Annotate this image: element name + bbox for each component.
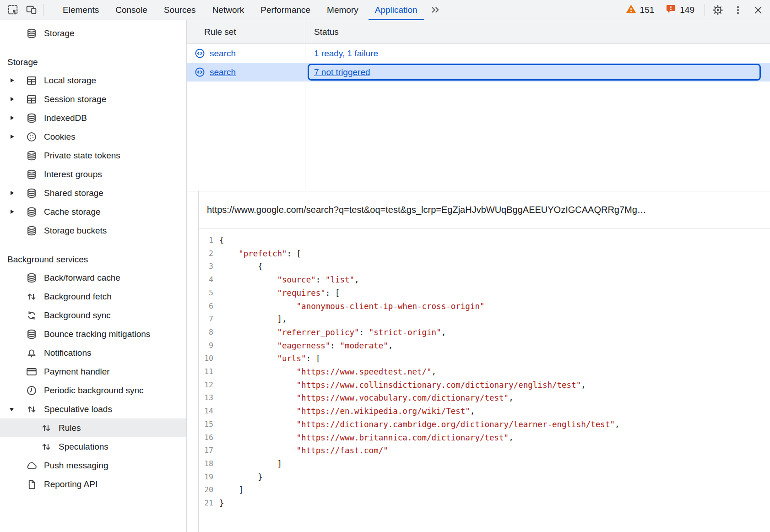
expander-collapsed-icon[interactable] bbox=[7, 95, 18, 104]
line-number: 18 bbox=[199, 457, 219, 471]
line-number: 21 bbox=[199, 497, 219, 510]
rule-set-link[interactable]: search bbox=[210, 49, 236, 59]
cloud-icon bbox=[26, 460, 38, 472]
sidebar-item-private-state-tokens[interactable]: Private state tokens bbox=[0, 146, 186, 165]
code-text: "https://www.speedtest.net/", bbox=[219, 365, 436, 379]
sidebar-item-cookies[interactable]: Cookies bbox=[0, 127, 186, 146]
line-number: 2 bbox=[199, 247, 219, 261]
tab-application[interactable]: Application bbox=[367, 0, 426, 20]
issue-icon bbox=[665, 3, 677, 17]
sidebar-item-storage[interactable]: Storage bbox=[0, 24, 186, 43]
sidebar-item-background-sync[interactable]: Background sync bbox=[0, 306, 186, 325]
status-link[interactable]: 7 not triggered bbox=[314, 67, 370, 77]
warning-count: 151 bbox=[640, 5, 655, 15]
toolbar-divider bbox=[705, 4, 705, 16]
sidebar-item-shared-storage[interactable]: Shared storage bbox=[0, 184, 186, 202]
sidebar-item-label: Rules bbox=[59, 423, 81, 433]
sidebar-item-storage-buckets[interactable]: Storage buckets bbox=[0, 221, 186, 240]
expander-spacer bbox=[7, 226, 18, 235]
rule-set-row[interactable]: search1 ready, 1 failure bbox=[187, 44, 770, 63]
expander-spacer bbox=[7, 29, 18, 38]
sidebar-item-label: Payment handler bbox=[44, 367, 110, 377]
tab-network[interactable]: Network bbox=[204, 0, 253, 20]
sidebar-section-background-services: Background services bbox=[0, 251, 186, 268]
sidebar-item-label: Storage bbox=[44, 28, 75, 38]
code-text: "referrer_policy": "strict-origin", bbox=[219, 326, 446, 339]
code-text: "source": "list", bbox=[219, 273, 359, 287]
status-cell[interactable]: 7 not triggered bbox=[305, 63, 770, 81]
expander-spacer bbox=[7, 292, 18, 301]
line-number: 4 bbox=[199, 273, 219, 287]
sidebar-item-payment-handler[interactable]: Payment handler bbox=[0, 362, 186, 381]
sidebar-item-bounce-tracking-mitigations[interactable]: Bounce tracking mitigations bbox=[0, 325, 186, 343]
database-icon bbox=[26, 27, 38, 39]
sidebar-item-back-forward-cache[interactable]: Back/forward cache bbox=[0, 268, 186, 287]
sidebar-item-indexeddb[interactable]: IndexedDB bbox=[0, 109, 186, 127]
close-icon[interactable] bbox=[748, 0, 768, 20]
code-line: 7 ], bbox=[199, 313, 770, 326]
code-line: 5 "requires": [ bbox=[199, 287, 770, 300]
code-text: "https://dictionary.cambridge.org/dictio… bbox=[219, 418, 620, 431]
rule-set-json-viewer[interactable]: 1{2 "prefetch": [3 {4 "source": "list",5… bbox=[199, 228, 770, 532]
application-sidebar[interactable]: StorageStorageLocal storageSession stora… bbox=[0, 20, 187, 532]
sidebar-item-cache-storage[interactable]: Cache storage bbox=[0, 202, 186, 221]
inspect-element-icon[interactable] bbox=[4, 0, 22, 20]
tab-elements[interactable]: Elements bbox=[54, 0, 107, 20]
speculative-loads-rules-panel: Rule set Status search1 ready, 1 failure… bbox=[187, 20, 770, 532]
expander-collapsed-icon[interactable] bbox=[7, 189, 18, 198]
sidebar-item-label: Interest groups bbox=[44, 169, 102, 179]
rule-set-link[interactable]: search bbox=[210, 67, 236, 77]
sidebar-item-notifications[interactable]: Notifications bbox=[0, 343, 186, 362]
tab-performance[interactable]: Performance bbox=[252, 0, 319, 20]
expander-expanded-icon[interactable] bbox=[7, 405, 18, 414]
more-tabs-button[interactable] bbox=[426, 0, 446, 20]
warnings-counter[interactable]: 151 bbox=[620, 3, 660, 17]
arrows-icon bbox=[26, 291, 38, 303]
sidebar-item-interest-groups[interactable]: Interest groups bbox=[0, 165, 186, 184]
expander-spacer bbox=[7, 386, 18, 395]
sidebar-section-storage: Storage bbox=[0, 54, 186, 71]
sync-icon bbox=[26, 309, 38, 321]
status-link[interactable]: 1 ready, 1 failure bbox=[314, 49, 378, 59]
sidebar-item-speculations[interactable]: Speculations bbox=[0, 437, 186, 456]
sidebar-item-push-messaging[interactable]: Push messaging bbox=[0, 456, 186, 475]
settings-gear-icon[interactable] bbox=[708, 0, 728, 20]
sidebar-item-label: Cache storage bbox=[44, 207, 101, 217]
line-number: 14 bbox=[199, 405, 219, 418]
sidebar-item-periodic-background-sync[interactable]: Periodic background sync bbox=[0, 381, 186, 400]
expander-collapsed-icon[interactable] bbox=[7, 132, 18, 141]
status-cell[interactable]: 1 ready, 1 failure bbox=[305, 44, 770, 63]
sidebar-item-session-storage[interactable]: Session storage bbox=[0, 90, 186, 109]
sidebar-item-background-fetch[interactable]: Background fetch bbox=[0, 287, 186, 306]
code-line: 10 "urls": [ bbox=[199, 352, 770, 365]
tab-console[interactable]: Console bbox=[107, 0, 156, 20]
sidebar-item-local-storage[interactable]: Local storage bbox=[0, 71, 186, 90]
code-line: 6 "anonymous-client-ip-when-cross-origin… bbox=[199, 300, 770, 313]
issues-counter[interactable]: 149 bbox=[660, 3, 700, 17]
sidebar-item-speculative-loads[interactable]: Speculative loads bbox=[0, 400, 186, 418]
sidebar-item-label: Back/forward cache bbox=[44, 273, 120, 283]
code-braces-icon bbox=[194, 66, 206, 78]
rule-set-cell[interactable]: search bbox=[187, 63, 305, 81]
device-toolbar-icon[interactable] bbox=[22, 0, 40, 20]
expander-collapsed-icon[interactable] bbox=[7, 76, 18, 85]
warning-icon bbox=[625, 3, 637, 17]
sidebar-item-rules[interactable]: Rules bbox=[0, 418, 186, 437]
line-number: 12 bbox=[199, 379, 219, 392]
sidebar-item-reporting-api[interactable]: Reporting API bbox=[0, 475, 186, 494]
rule-set-cell[interactable]: search bbox=[187, 44, 305, 63]
rule-set-row[interactable]: search7 not triggered bbox=[187, 63, 770, 81]
expander-collapsed-icon[interactable] bbox=[7, 114, 18, 123]
kebab-menu-icon[interactable] bbox=[728, 0, 748, 20]
focus-ring bbox=[308, 64, 761, 81]
tab-memory[interactable]: Memory bbox=[319, 0, 367, 20]
expander-spacer bbox=[7, 151, 18, 160]
code-line: 15 "https://dictionary.cambridge.org/dic… bbox=[199, 418, 770, 431]
expander-collapsed-icon[interactable] bbox=[7, 207, 18, 217]
clock-icon bbox=[26, 385, 38, 396]
database-icon bbox=[26, 168, 38, 180]
line-number: 3 bbox=[199, 260, 219, 273]
code-text: "eagerness": "moderate", bbox=[219, 339, 393, 353]
tab-sources[interactable]: Sources bbox=[156, 0, 204, 20]
code-line: 17 "https://fast.com/" bbox=[199, 444, 770, 457]
